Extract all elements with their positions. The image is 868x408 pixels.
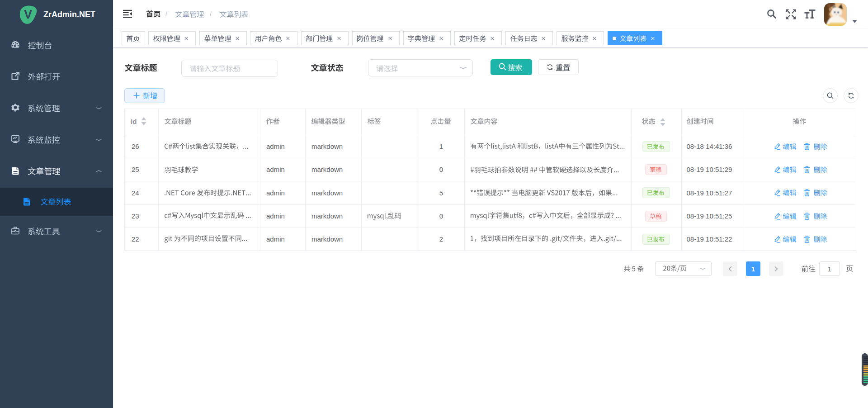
svg-text:V: V [24, 8, 32, 21]
